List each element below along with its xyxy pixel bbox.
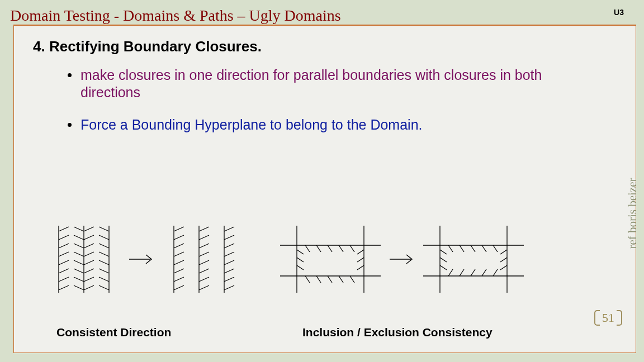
svg-line-31 [99,260,109,265]
page-number: 51 [594,309,622,326]
section-heading: 4. Rectifying Boundary Closures. [14,26,636,63]
svg-line-13 [74,244,84,248]
svg-line-90 [440,265,447,270]
svg-line-58 [224,252,234,256]
svg-line-56 [224,235,234,240]
svg-line-71 [357,258,364,262]
bullet-item: make closures in one direction for paral… [68,66,595,102]
svg-line-7 [59,260,69,265]
svg-line-20 [84,235,94,240]
svg-line-4 [59,235,69,240]
content-panel: 4. Rectifying Boundary Closures. make cl… [13,25,636,353]
svg-line-70 [357,250,364,254]
bullet-text: Force a Bounding Hyperplane to belong to… [80,116,423,134]
svg-line-82 [350,276,354,283]
svg-line-103 [493,269,498,276]
svg-line-6 [59,252,69,256]
bullet-list: make closures in one direction for paral… [14,63,636,134]
svg-line-74 [316,245,321,252]
bracket-left-icon [594,310,600,326]
bullet-dot-icon [68,123,72,127]
svg-line-96 [471,245,475,252]
svg-line-55 [224,227,234,231]
svg-line-51 [199,260,209,265]
svg-line-81 [339,276,343,283]
svg-line-32 [99,269,109,273]
svg-line-97 [482,245,486,252]
svg-line-98 [493,245,498,252]
svg-line-3 [59,227,69,231]
svg-line-8 [59,269,69,273]
svg-line-34 [99,285,109,290]
svg-line-14 [74,252,84,256]
svg-line-59 [224,260,234,265]
svg-line-46 [174,285,184,290]
svg-line-102 [482,269,486,276]
svg-line-61 [224,277,234,282]
svg-line-99 [448,269,453,276]
svg-line-75 [328,245,332,252]
svg-line-52 [199,269,209,273]
svg-line-76 [339,245,343,252]
svg-line-15 [74,260,84,265]
svg-line-28 [99,235,109,240]
svg-line-89 [440,258,447,262]
svg-line-30 [99,252,109,256]
diagram-consistent-right [157,220,241,298]
svg-line-67 [297,250,304,254]
svg-line-100 [460,269,464,276]
svg-line-23 [84,260,94,265]
svg-line-40 [174,235,184,240]
svg-line-5 [59,244,69,248]
svg-line-29 [99,244,109,248]
svg-line-73 [305,245,310,252]
slide-title: Domain Testing - Domains & Paths – Ugly … [10,7,341,25]
svg-line-39 [174,227,184,231]
svg-line-17 [74,277,84,282]
svg-line-9 [59,277,69,282]
svg-line-19 [84,227,94,231]
svg-line-93 [500,265,507,270]
svg-line-11 [74,227,84,231]
svg-line-101 [471,269,475,276]
svg-line-10 [59,285,69,290]
diagram-inclusion-left [274,223,386,296]
svg-line-45 [174,277,184,282]
bullet-item: Force a Bounding Hyperplane to belong to… [68,116,595,134]
page-number-value: 51 [602,311,614,325]
svg-line-68 [297,258,304,262]
bullet-text: make closures in one direction for paral… [80,66,595,102]
svg-line-26 [84,285,94,290]
svg-line-42 [174,252,184,256]
svg-line-43 [174,260,184,265]
svg-line-44 [174,269,184,273]
diagram-inclusion-right [418,223,529,296]
svg-line-54 [199,285,209,290]
svg-line-21 [84,244,94,248]
svg-line-80 [328,276,332,283]
unit-label: U3 [614,8,624,17]
arrow-icon [126,248,157,270]
svg-line-50 [199,252,209,256]
svg-line-33 [99,277,109,282]
svg-line-18 [74,285,84,290]
svg-line-88 [440,250,447,254]
bullet-dot-icon [68,73,72,77]
svg-line-53 [199,277,209,282]
svg-line-72 [357,265,364,270]
svg-line-12 [74,235,84,240]
svg-line-25 [84,277,94,282]
caption-consistent: Consistent Direction [56,326,269,339]
caption-row: Consistent Direction Inclusion / Exclusi… [14,326,636,339]
svg-line-91 [500,250,507,254]
svg-line-62 [224,285,234,290]
diagram-consistent-left [42,220,126,298]
svg-line-48 [199,235,209,240]
svg-line-69 [297,265,304,270]
diagram-row [42,215,608,304]
svg-line-92 [500,258,507,262]
svg-line-16 [74,269,84,273]
bracket-right-icon [617,310,622,326]
svg-line-60 [224,269,234,273]
svg-line-57 [224,244,234,248]
